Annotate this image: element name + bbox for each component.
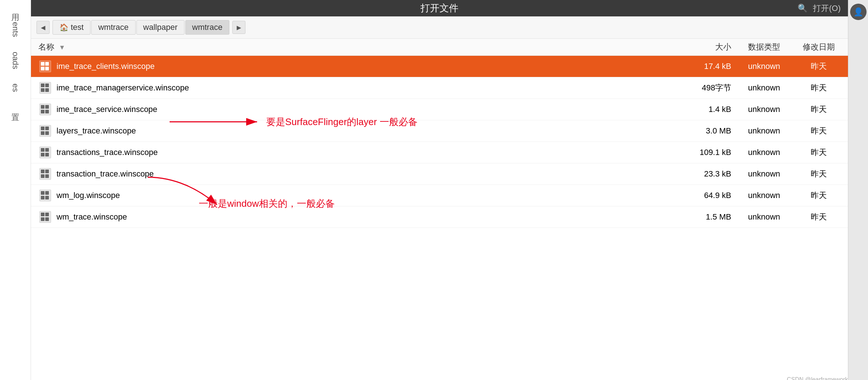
breadcrumb-bar: ◀ 🏠 test wmtrace wallpaper wmtrace ▶: [31, 16, 848, 39]
titlebar: 打开文件 🔍 打开(O): [31, 0, 848, 16]
search-button[interactable]: 🔍: [798, 4, 807, 13]
file-size: 1.4 kB: [673, 105, 731, 114]
file-type: unknown: [731, 83, 797, 93]
open-button[interactable]: 打开(O): [813, 3, 841, 14]
file-size: 498字节: [673, 82, 731, 93]
table-row[interactable]: wm_log.winscope64.9 kBunknown昨天: [31, 185, 848, 206]
file-name: ime_trace_clients.winscope: [57, 62, 673, 71]
col-header-date: 修改日期: [797, 42, 841, 53]
table-row[interactable]: wm_trace.winscope1.5 MBunknown昨天: [31, 206, 848, 228]
sidebar-item-3[interactable]: oads: [11, 52, 20, 69]
table-row[interactable]: ime_trace_managerservice.winscope498字节un…: [31, 77, 848, 99]
breadcrumb-next-button[interactable]: ▶: [232, 21, 245, 34]
sidebar-item-2[interactable]: ents: [11, 22, 20, 37]
file-size: 17.4 kB: [673, 62, 731, 71]
sidebar-item-4[interactable]: es: [11, 84, 20, 92]
file-name: layers_trace.winscope: [57, 126, 673, 136]
col-header-size: 大小: [673, 42, 731, 53]
breadcrumb-wmtrace2-label: wmtrace: [192, 23, 222, 32]
file-icon: [38, 167, 52, 181]
file-date: 昨天: [797, 125, 841, 136]
file-date: 昨天: [797, 190, 841, 201]
file-type: unknown: [731, 105, 797, 114]
right-sidebar: 👤: [848, 0, 868, 380]
file-type: unknown: [731, 169, 797, 179]
file-type: unknown: [731, 191, 797, 200]
file-name: transaction_trace.winscope: [57, 169, 673, 179]
breadcrumb-wmtrace1-label: wmtrace: [98, 23, 128, 32]
file-size: 23.3 kB: [673, 169, 731, 179]
file-list-wrapper: 名称 ▼ 大小 数据类型 修改日期 ime_trace_clients.wins…: [31, 39, 848, 380]
file-type: unknown: [731, 212, 797, 222]
file-date: 昨天: [797, 104, 841, 115]
home-icon: 🏠: [59, 23, 69, 32]
breadcrumb-wallpaper-label: wallpaper: [143, 23, 178, 32]
file-icon: [38, 59, 52, 73]
table-row[interactable]: transactions_trace.winscope109.1 kBunkno…: [31, 142, 848, 163]
file-type: unknown: [731, 148, 797, 157]
file-size: 64.9 kB: [673, 191, 731, 200]
file-icon: [38, 81, 52, 95]
file-type: unknown: [731, 126, 797, 136]
file-size: 1.5 MB: [673, 212, 731, 222]
user-avatar[interactable]: 👤: [850, 4, 867, 20]
file-date: 昨天: [797, 82, 841, 93]
file-size: 3.0 MB: [673, 126, 731, 136]
file-icon: [38, 189, 52, 202]
file-name: transactions_trace.winscope: [57, 148, 673, 157]
titlebar-actions: 🔍 打开(O): [798, 3, 841, 14]
file-date: 昨天: [797, 168, 841, 179]
sort-icon[interactable]: ▼: [59, 44, 65, 51]
file-size: 109.1 kB: [673, 148, 731, 157]
file-date: 昨天: [797, 61, 841, 72]
breadcrumb-back-button[interactable]: ◀: [36, 21, 50, 34]
watermark: CSDN @learframework: [787, 376, 848, 380]
breadcrumb-item-test[interactable]: 🏠 test: [53, 20, 90, 35]
file-list: ime_trace_clients.winscope17.4 kBunknown…: [31, 56, 848, 228]
window-title: 打开文件: [421, 2, 458, 15]
file-list-header: 名称 ▼ 大小 数据类型 修改日期: [31, 39, 848, 56]
file-date: 昨天: [797, 147, 841, 158]
file-icon: [38, 146, 52, 159]
file-name: ime_trace_service.winscope: [57, 105, 673, 114]
main-content: 打开文件 🔍 打开(O) ◀ 🏠 test wmtrace wallpaper …: [31, 0, 848, 380]
file-icon: [38, 102, 52, 116]
file-date: 昨天: [797, 212, 841, 222]
file-icon: [38, 124, 52, 138]
breadcrumb-test-label: test: [71, 23, 84, 32]
table-row[interactable]: ime_trace_clients.winscope17.4 kBunknown…: [31, 56, 848, 77]
file-name: wm_log.winscope: [57, 191, 673, 200]
file-type: unknown: [731, 62, 797, 71]
file-name: ime_trace_managerservice.winscope: [57, 83, 673, 93]
left-sidebar: 用 ents oads es 置: [0, 0, 31, 380]
breadcrumb-item-wallpaper[interactable]: wallpaper: [136, 20, 185, 35]
col-header-name: 名称 ▼: [38, 42, 673, 53]
col-header-type: 数据类型: [731, 42, 797, 53]
table-row[interactable]: transaction_trace.winscope23.3 kBunknown…: [31, 163, 848, 185]
breadcrumb-item-wmtrace1[interactable]: wmtrace: [91, 20, 135, 35]
table-row[interactable]: layers_trace.winscope3.0 MBunknown昨天: [31, 120, 848, 142]
breadcrumb-item-wmtrace2[interactable]: wmtrace: [185, 20, 229, 35]
file-name: wm_trace.winscope: [57, 212, 673, 222]
file-icon: [38, 210, 52, 224]
table-row[interactable]: ime_trace_service.winscope1.4 kBunknown昨…: [31, 99, 848, 120]
